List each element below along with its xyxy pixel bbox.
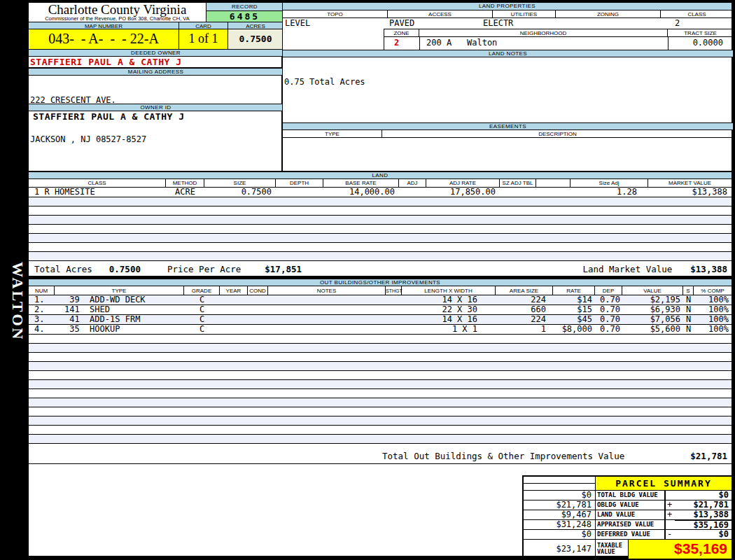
ob-s-flag: N — [683, 305, 694, 314]
col-cond: COND — [248, 286, 268, 295]
ob-num: 2. — [29, 305, 55, 314]
map-number-label: MAP NUMBER — [29, 22, 179, 29]
taxable-prior-value: $23,147 — [524, 540, 596, 559]
ob-dep: 0.70 — [595, 315, 622, 324]
ob-area: 1 — [496, 325, 553, 334]
ps-op — [666, 520, 675, 529]
ob-notes — [268, 325, 386, 334]
ob-num: 3. — [29, 315, 55, 324]
deeded-owner-value: STAFFIERI PAUL A & CATHY J — [29, 57, 283, 68]
ob-dep: 0.70 — [595, 295, 622, 304]
ps-value: $13,388 — [675, 510, 732, 519]
ps-prior: $0 — [524, 491, 596, 500]
land-depth — [276, 188, 323, 197]
card-label: CARD — [179, 22, 228, 29]
ob-type: 41 ADD-1S FRM — [55, 315, 184, 324]
ob-area: 224 — [496, 315, 553, 324]
land-size: 0.7500 — [204, 188, 276, 197]
map-value-row: 043- - A- - - 22-A 1 of 1 0.7500 — [29, 29, 283, 49]
easements-header-row: TYPE DESCRIPTION — [283, 130, 733, 138]
access-value: PAVED — [389, 18, 414, 28]
col-grade: GRADE — [184, 286, 220, 295]
outbuildings-total-value: $21,781 — [690, 451, 732, 461]
taxable-value: $35,169 — [629, 540, 732, 559]
col-adj-rate: ADJ RATE — [426, 179, 500, 187]
outbuilding-row: 1. 39 ADD-WD DECKC14 X 16224$140.70$2,19… — [29, 295, 732, 305]
neighborhood-value: Walton — [467, 38, 497, 48]
ob-year — [220, 305, 248, 314]
ob-value: $2,195 — [622, 295, 683, 304]
outbuildings-section: OUT BUILDINGS/OTHER IMPROVEMENTS NUM TYP… — [28, 279, 732, 556]
neighborhood-label: NEIGHBORHOOD — [419, 29, 668, 36]
ob-value: $7,056 — [622, 315, 683, 324]
land-section: LAND CLASS METHOD SIZE DEPTH BASE RATE A… — [28, 172, 732, 276]
ob-cond — [248, 295, 268, 304]
zone-value-row: 2 200 A Walton 0.0000 — [384, 37, 733, 50]
col-comp: % COMP — [694, 286, 732, 295]
ps-label: APPRAISED VALUE — [596, 520, 666, 529]
outbuildings-total-row: Total Out Buildings & Other Improvements… — [29, 449, 732, 464]
easement-type-label: TYPE — [283, 130, 382, 137]
outbuildings-total-label: Total Out Buildings & Other Improvements… — [29, 451, 624, 461]
col-sz-adj-tbl: SZ ADJ TBL — [500, 179, 536, 187]
ps-prior: $31,248 — [524, 520, 596, 529]
outbuilding-row: 4. 35 HOOKUPC1 X 11$8,0000.70$5,600N100% — [29, 325, 732, 335]
district-sidebar-label: WALTON — [3, 242, 27, 361]
class-label: CLASS — [661, 10, 733, 18]
total-acres-value: 0.7500 — [92, 264, 141, 274]
ps-op — [666, 491, 675, 500]
owner-card: Charlotte County Virginia Commissioner o… — [28, 2, 282, 172]
record-value: 6485 — [206, 11, 283, 22]
ob-rate: $8,000 — [553, 325, 595, 334]
col-area-size: AREA SIZE — [496, 286, 553, 295]
price-per-acre-value: $17,851 — [241, 264, 302, 274]
ob-cond — [248, 305, 268, 314]
land-properties-title: LAND PROPERTIES — [283, 3, 732, 10]
land-market-value-label: Land Market Value — [582, 264, 672, 274]
tract-size-value: 0.0000 — [693, 38, 723, 48]
ob-s-flag: N — [683, 295, 694, 304]
ob-value: $6,930 — [622, 305, 683, 314]
ob-dep: 0.70 — [595, 305, 622, 314]
land-notes-area: 0.75 Total Acres — [283, 57, 733, 122]
ps-op: + — [666, 500, 675, 510]
acres-value: 0.7500 — [228, 29, 283, 49]
col-value: VALUE — [622, 286, 683, 295]
outbuilding-row: 2.141 SHEDC22 X 30660$150.70$6,930N100% — [29, 305, 732, 315]
ob-grade: C — [184, 305, 220, 314]
col-s: S — [683, 286, 694, 295]
divider — [419, 37, 420, 50]
county-title: Charlotte County Virginia — [29, 3, 206, 16]
ob-dims: 14 X 16 — [402, 295, 496, 304]
parcel-summary-row: $0DEFERRED VALUE-$0 — [524, 530, 732, 540]
mailing-address-label: MAILING ADDRESS — [29, 68, 283, 76]
zone-label: ZONE — [384, 29, 419, 36]
parcel-summary-blank-cell — [524, 477, 596, 490]
col-type: TYPE — [55, 286, 184, 295]
zone-value: 2 — [394, 38, 399, 48]
col-adj: ADJ — [399, 179, 426, 187]
ob-year — [220, 315, 248, 324]
land-method: ACRE — [166, 188, 204, 197]
ps-label: DEFERRED VALUE — [596, 530, 666, 539]
land-market-value: $13,388 — [648, 188, 732, 197]
ob-sthgt — [386, 325, 402, 334]
owner-id-label: OWNER ID — [29, 104, 283, 111]
address-line2: JACKSON , NJ 08527-8527 — [30, 134, 283, 144]
ob-comp: 100% — [694, 305, 732, 314]
ob-comp: 100% — [694, 325, 732, 334]
land-size-adj: 1.28 — [570, 188, 648, 197]
ob-year — [220, 325, 248, 334]
outbuildings-empty-rows — [29, 335, 732, 449]
utilities-value: ELECTR — [483, 18, 513, 28]
ob-grade: C — [184, 325, 220, 334]
col-rate: RATE — [553, 286, 595, 295]
taxable-label: TAXABLE VALUE — [596, 540, 629, 559]
outbuildings-rows: 1. 39 ADD-WD DECKC14 X 16224$140.70$2,19… — [29, 295, 732, 335]
col-sthgt: STHGT — [386, 286, 402, 295]
access-label: ACCESS — [388, 10, 493, 18]
parcel-summary: PARCEL SUMMARY $0TOTAL BLDG VALUE$0$21,7… — [522, 475, 733, 557]
ob-rate: $14 — [553, 295, 595, 304]
ps-label: TOTAL BLDG VALUE — [596, 491, 666, 500]
ob-dims: 1 X 1 — [402, 325, 496, 334]
